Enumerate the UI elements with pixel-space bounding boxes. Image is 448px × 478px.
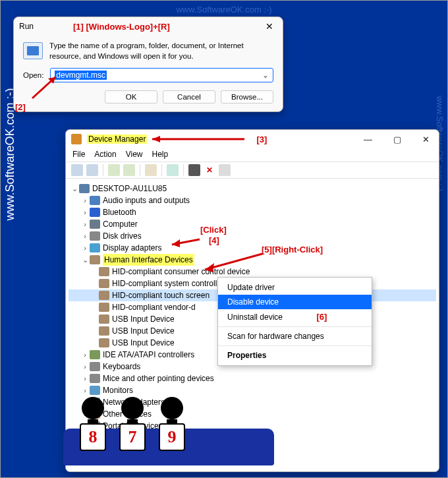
ctx-scan[interactable]: Scan for hardware changes bbox=[218, 329, 372, 344]
tree-label: Audio inputs and outputs bbox=[103, 194, 190, 206]
expand-icon[interactable]: › bbox=[80, 194, 90, 206]
run-dialog: Run [1] [Windows-Logo]+[R] ✕ Type the na… bbox=[13, 16, 283, 112]
card: 7 bbox=[119, 423, 146, 451]
collapse-icon[interactable]: ⌄ bbox=[70, 183, 79, 194]
arrow-3 bbox=[152, 134, 251, 144]
delete-icon[interactable]: ✕ bbox=[204, 164, 215, 176]
devmgr-icon bbox=[71, 134, 82, 144]
cancel-button[interactable]: Cancel bbox=[163, 90, 215, 104]
svg-marker-2 bbox=[152, 136, 160, 142]
tree-label: Computer bbox=[103, 218, 138, 230]
card: 8 bbox=[80, 423, 106, 451]
expand-icon[interactable]: › bbox=[80, 361, 90, 373]
ctx-uninstall-device[interactable]: Uninstall device [6] bbox=[218, 309, 372, 324]
tree-item[interactable]: ›Audio inputs and outputs bbox=[69, 194, 436, 206]
tree-label: Mice and other pointing devices bbox=[103, 373, 214, 384]
context-menu: Update driver Disable device Uninstall d… bbox=[217, 277, 372, 366]
menu-view[interactable]: View bbox=[126, 150, 143, 159]
separator bbox=[161, 164, 162, 176]
back-icon[interactable] bbox=[71, 164, 83, 176]
properties-icon[interactable] bbox=[145, 164, 157, 176]
tree-label: Keyboards bbox=[103, 361, 140, 373]
chevron-down-icon[interactable]: ⌄ bbox=[262, 71, 269, 80]
toolbar-icon[interactable] bbox=[188, 164, 200, 176]
toolbar-icon[interactable] bbox=[219, 164, 231, 176]
devmgr-title: Device Manager bbox=[87, 134, 147, 144]
tree-label: Human Interface Devices bbox=[103, 254, 194, 266]
tree-label: HID-compliant system controller bbox=[112, 278, 224, 289]
tree-label: IDE ATA/ATAPI controllers bbox=[103, 349, 194, 361]
expand-icon[interactable]: › bbox=[80, 242, 90, 254]
card: 9 bbox=[159, 423, 185, 451]
watermark-top: www.SoftwareOK.com :-) bbox=[176, 5, 271, 15]
browse-button[interactable]: Browse... bbox=[221, 90, 273, 104]
menu-action[interactable]: Action bbox=[94, 150, 116, 159]
run-instruction: Type the name of a program, folder, docu… bbox=[49, 41, 273, 61]
run-icon bbox=[23, 42, 43, 59]
tree-label: Bluetooth bbox=[103, 206, 136, 218]
expand-icon[interactable]: › bbox=[80, 384, 90, 396]
tree-item[interactable]: ›Disk drives bbox=[69, 230, 436, 242]
expand-icon[interactable]: › bbox=[80, 349, 90, 361]
separator bbox=[140, 164, 140, 176]
tree-item[interactable]: ›Computer bbox=[69, 218, 436, 230]
expand-icon[interactable]: › bbox=[80, 218, 90, 230]
ctx-disable-device[interactable]: Disable device bbox=[218, 295, 372, 309]
tree-label: HID-compliant consumer control device bbox=[112, 266, 250, 278]
separator bbox=[218, 345, 372, 346]
close-icon[interactable]: ✕ bbox=[262, 21, 277, 32]
toolbar: ✕ bbox=[66, 162, 439, 179]
tree-root[interactable]: ⌄ DESKTOP-AU1LU85 bbox=[69, 183, 436, 194]
tree-item[interactable]: ›Mice and other pointing devices bbox=[69, 373, 436, 384]
tree-item[interactable]: HID-compliant consumer control device bbox=[69, 266, 436, 278]
annotation-3: [3] bbox=[256, 134, 267, 144]
tree-label: Monitors bbox=[103, 384, 133, 396]
separator bbox=[103, 164, 103, 176]
expand-icon[interactable]: › bbox=[80, 373, 90, 384]
ctx-properties[interactable]: Properties bbox=[218, 348, 372, 363]
expand-icon[interactable]: › bbox=[80, 206, 90, 218]
annotation-6: [6] bbox=[316, 312, 327, 322]
menu-help[interactable]: Help bbox=[152, 150, 169, 159]
collapse-icon[interactable]: ⌄ bbox=[80, 254, 90, 266]
separator bbox=[183, 164, 184, 176]
toolbar-icon[interactable] bbox=[108, 164, 120, 176]
tree-label: DESKTOP-AU1LU85 bbox=[92, 183, 167, 194]
menu-file[interactable]: File bbox=[72, 150, 85, 159]
ctx-update-driver[interactable]: Update driver bbox=[218, 280, 372, 295]
open-input-value: devmgmt.msc bbox=[55, 71, 107, 80]
open-input[interactable]: devmgmt.msc ⌄ bbox=[50, 68, 273, 82]
tree-label: Display adapters bbox=[103, 242, 161, 254]
tree-label: HID-compliant vendor-d bbox=[112, 301, 196, 313]
tree-label: HID-compliant touch screen bbox=[112, 289, 210, 301]
annotation-1: [1] [Windows-Logo]+[R] bbox=[73, 22, 170, 32]
menubar: File Action View Help bbox=[66, 148, 439, 162]
open-label: Open: bbox=[23, 71, 43, 79]
run-title: Run bbox=[19, 22, 34, 31]
forward-icon[interactable] bbox=[86, 164, 98, 176]
close-icon[interactable]: ✕ bbox=[418, 134, 434, 144]
tree-label: USB Input Device bbox=[112, 337, 175, 349]
toolbar-icon[interactable] bbox=[123, 164, 135, 176]
tree-item[interactable]: ›Bluetooth bbox=[69, 206, 436, 218]
tree-label: USB Input Device bbox=[112, 313, 175, 325]
decorative-characters: 8 7 9 bbox=[80, 397, 185, 451]
separator bbox=[218, 326, 372, 327]
ctx-label: Uninstall device bbox=[227, 313, 283, 322]
tree-item[interactable]: ›Monitors bbox=[69, 384, 436, 396]
tree-item-hid[interactable]: ⌄ Human Interface Devices bbox=[69, 254, 436, 266]
maximize-icon[interactable]: ▢ bbox=[389, 134, 405, 144]
expand-icon[interactable]: › bbox=[80, 230, 90, 242]
tree-label: USB Input Device bbox=[112, 325, 175, 337]
scan-icon[interactable] bbox=[167, 164, 179, 176]
tree-item[interactable]: ›Display adapters bbox=[69, 242, 436, 254]
minimize-icon[interactable]: — bbox=[360, 134, 376, 144]
tree-label: Disk drives bbox=[103, 230, 142, 242]
ok-button[interactable]: OK bbox=[105, 90, 157, 104]
